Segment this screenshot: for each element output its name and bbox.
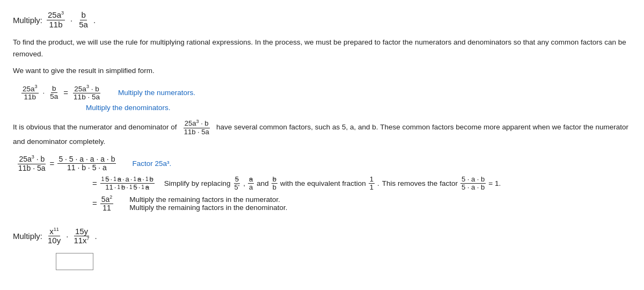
step-block-1: 25a3 11b · b 5a = 25a3 · b 11b · 5a Mult… [21,84,631,112]
step-row-1: 25a3 11b · b 5a = 25a3 · b 11b · 5a Mult… [21,84,631,102]
factor-row: 25a3 · b 11b · 5a = 5 · 5 · a · a · a · … [17,155,631,172]
simplify-frac-b: b b [272,176,277,192]
frac1-num: 25a3 [47,11,65,20]
paragraph-obvious: It is obvious that the numerator and den… [13,119,631,148]
factor-lhs: 25a3 · b 11b · 5a [17,155,47,172]
simplify-row: = 1 5 · 1 a · a · 1 a · 1 b 11 · 1 [92,176,631,192]
lhs-frac2: b 5a [49,85,59,102]
frac2-num: b [80,11,86,20]
frac1-den: 11b [48,20,64,30]
simplify-frac-a: a a [248,176,254,192]
step-row-comment2: Multiply the denominators. [86,104,631,112]
second-problem-title: Multiply: x11 10y · 15y 11x7 . [13,227,631,245]
paragraph2: We want to give the result in simplified… [13,65,631,77]
lhs-frac1: 25a3 11b [21,84,39,102]
second-frac1: x11 10y [47,227,62,245]
answer-input-box[interactable] [56,253,93,270]
second-frac2: 15y 11x7 [72,227,90,245]
simplify-frac-1: 1 1 [369,176,375,192]
frac2-den: 5a [78,20,89,30]
obvious-frac: 25a3 · b 11b · 5a [183,119,210,136]
comment-numerators: Multiply the numerators. [118,89,195,97]
second-problem: Multiply: x11 10y · 15y 11x7 . [13,227,631,270]
frac1: 25a3 11b [47,11,65,29]
result-row: = 5a2 11 Multiply the remaining factors … [92,195,631,212]
multiply-label: Multiply: [13,16,42,25]
factor-rhs: 5 · 5 · a · a · a · b 11 · b · 5 · a [57,155,116,172]
step-block-2: 25a3 · b 11b · 5a = 5 · 5 · a · a · a · … [17,155,631,212]
struck-frac: 1 5 · 1 a · a · 1 a · 1 b 11 · 1 b · 1 [100,176,155,192]
simplify-factor-frac: 5 · a · b 5 · a · b [460,176,486,192]
paragraph1: To find the product, we will use the rul… [13,37,631,60]
factor-comment: Factor 25a³. [132,160,171,168]
simplify-comment: Simplify by replacing 5 5' , a a and b b… [164,176,501,192]
result-comments: Multiply the remaining factors in the nu… [129,195,287,212]
rhs-frac-combined: 25a3 · b 11b · 5a [72,84,101,102]
multiply-dot: · [70,16,72,25]
simplify-frac-5: 5 5' [233,176,241,192]
frac2: b 5a [78,11,89,29]
comment-denominators: Multiply the denominators. [86,104,171,112]
result-comment-den: Multiply the remaining factors in the de… [129,204,287,212]
second-multiply-label: Multiply: [13,231,42,241]
result-comment-num: Multiply the remaining factors in the nu… [129,195,287,204]
problem-title: Multiply: 25a3 11b · b 5a . [13,11,631,29]
result-frac: 5a2 11 [100,195,114,212]
